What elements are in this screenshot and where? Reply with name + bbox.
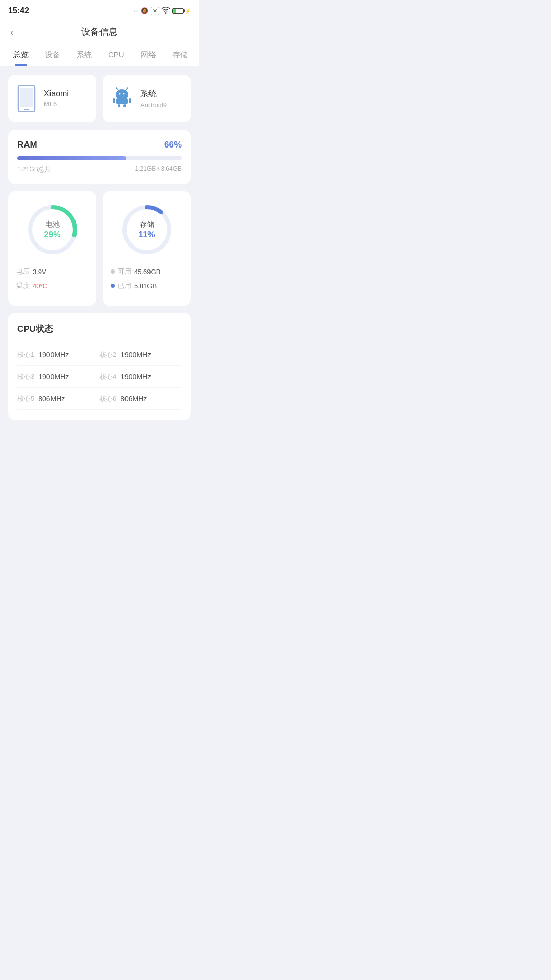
device-row: Xiaomi MI 6 — [8, 75, 191, 122]
storage-value: 11% — [138, 230, 155, 239]
tab-overview[interactable]: 总览 — [5, 44, 37, 66]
storage-card: 存储 11% 可用 45.69GB 已用 5.81GB — [103, 191, 191, 306]
cpu-core-5: 核心5 806MHz — [17, 388, 99, 410]
svg-rect-9 — [113, 98, 115, 103]
status-bar: 15:42 ··· 🔕 ✕ ⚡ — [0, 0, 199, 19]
svg-rect-12 — [123, 104, 126, 107]
system-label: 系统 — [140, 89, 167, 100]
system-value: Android9 — [140, 101, 167, 109]
cpu-core-4: 核心4 1900MHz — [99, 366, 182, 388]
svg-point-7 — [123, 93, 125, 94]
battery-icon: ⚡ — [172, 8, 191, 14]
tab-cpu[interactable]: CPU — [100, 44, 133, 66]
voltage-label: 电压 — [16, 267, 30, 276]
ram-total: 1.21GB总共 — [17, 165, 51, 174]
core4-value: 1900MHz — [120, 373, 151, 381]
storage-available-row: 可用 45.69GB — [111, 267, 183, 276]
svg-line-5 — [126, 88, 128, 90]
core1-label: 核心1 — [17, 350, 34, 359]
temp-label: 温度 — [16, 281, 30, 290]
battery-temp-row: 温度 40℃ — [16, 281, 88, 290]
metrics-row: 电池 29% 电压 3.9V 温度 40℃ — [8, 191, 191, 306]
ram-percent: 66% — [164, 140, 182, 150]
cpu-grid: 核心1 1900MHz 核心2 1900MHz 核心3 1900MHz 核心4 … — [17, 344, 182, 410]
core6-label: 核心6 — [99, 394, 116, 403]
battery-label: 电池 29% — [44, 220, 60, 239]
battery-card: 电池 29% 电压 3.9V 温度 40℃ — [8, 191, 96, 306]
core5-value: 806MHz — [38, 395, 65, 403]
storage-donut: 存储 11% — [119, 202, 175, 258]
storage-used-row: 已用 5.81GB — [111, 281, 183, 290]
ram-stats: 1.21GB总共 1.21GB / 3.64GB — [17, 165, 182, 174]
storage-title: 存储 — [138, 220, 155, 229]
battery-title: 电池 — [44, 220, 60, 229]
charging-icon: ⚡ — [185, 8, 191, 14]
phone-icon — [16, 85, 37, 112]
tab-network[interactable]: 网络 — [133, 44, 164, 66]
cpu-core-1: 核心1 1900MHz — [17, 344, 99, 366]
cpu-card: CPU状态 核心1 1900MHz 核心2 1900MHz 核心3 1900MH… — [8, 313, 191, 420]
used-label: 已用 — [118, 281, 131, 290]
ram-progress-bar — [17, 156, 182, 160]
available-label: 可用 — [118, 267, 131, 276]
cpu-core-2: 核心2 1900MHz — [99, 344, 182, 366]
core2-value: 1900MHz — [120, 351, 151, 359]
system-info: 系统 Android9 — [140, 89, 167, 109]
storage-details: 可用 45.69GB 已用 5.81GB — [111, 267, 183, 296]
available-dot — [111, 270, 115, 274]
device-info: Xiaomi MI 6 — [44, 89, 69, 108]
core6-value: 806MHz — [120, 395, 147, 403]
available-value: 45.69GB — [134, 268, 160, 276]
tab-system[interactable]: 系统 — [68, 44, 100, 66]
core3-label: 核心3 — [17, 372, 34, 381]
battery-details: 电压 3.9V 温度 40℃ — [16, 267, 88, 296]
svg-rect-10 — [129, 98, 131, 103]
android-icon — [111, 85, 133, 112]
ram-header: RAM 66% — [17, 140, 182, 150]
system-card: 系统 Android9 — [103, 75, 191, 122]
device-card: Xiaomi MI 6 — [8, 75, 96, 122]
status-time: 15:42 — [8, 6, 29, 15]
ram-progress-fill — [17, 156, 126, 160]
voltage-value: 3.9V — [33, 268, 46, 276]
core5-label: 核心5 — [17, 394, 34, 403]
device-name: Xiaomi — [44, 89, 69, 99]
device-model: MI 6 — [44, 100, 69, 108]
screen-record-icon: ✕ — [151, 7, 159, 15]
battery-voltage-row: 电压 3.9V — [16, 267, 88, 276]
svg-rect-2 — [24, 109, 29, 110]
core1-value: 1900MHz — [38, 351, 69, 359]
ram-used: 1.21GB / 3.64GB — [135, 165, 182, 174]
svg-point-6 — [119, 93, 121, 94]
wifi-icon — [161, 7, 170, 15]
battery-donut: 电池 29% — [24, 202, 81, 258]
main-content: Xiaomi MI 6 — [0, 66, 199, 428]
back-button[interactable]: ‹ — [10, 26, 14, 38]
used-value: 5.81GB — [134, 282, 157, 290]
temp-value: 40℃ — [33, 282, 47, 290]
status-icons: ··· 🔕 ✕ ⚡ — [134, 7, 191, 15]
battery-value: 29% — [44, 230, 60, 239]
core3-value: 1900MHz — [38, 373, 69, 381]
storage-label: 存储 11% — [138, 220, 155, 239]
ram-card: RAM 66% 1.21GB总共 1.21GB / 3.64GB — [8, 130, 191, 184]
cpu-core-3: 核心3 1900MHz — [17, 366, 99, 388]
signal-icon: ··· — [134, 7, 139, 14]
tab-device[interactable]: 设备 — [37, 44, 68, 66]
header: ‹ 设备信息 — [0, 19, 199, 44]
tab-bar: 总览 设备 系统 CPU 网络 存储 — [0, 44, 199, 66]
page-title: 设备信息 — [81, 26, 118, 38]
cpu-section-title: CPU状态 — [17, 323, 182, 335]
bell-mute-icon: 🔕 — [141, 7, 148, 14]
tab-storage[interactable]: 存储 — [164, 44, 196, 66]
svg-rect-11 — [118, 104, 120, 107]
ram-label: RAM — [17, 140, 37, 150]
svg-rect-1 — [20, 88, 33, 107]
core2-label: 核心2 — [99, 350, 116, 359]
used-dot — [111, 284, 115, 288]
cpu-core-6: 核心6 806MHz — [99, 388, 182, 410]
svg-line-4 — [116, 88, 118, 90]
core4-label: 核心4 — [99, 372, 116, 381]
svg-rect-8 — [116, 98, 128, 104]
